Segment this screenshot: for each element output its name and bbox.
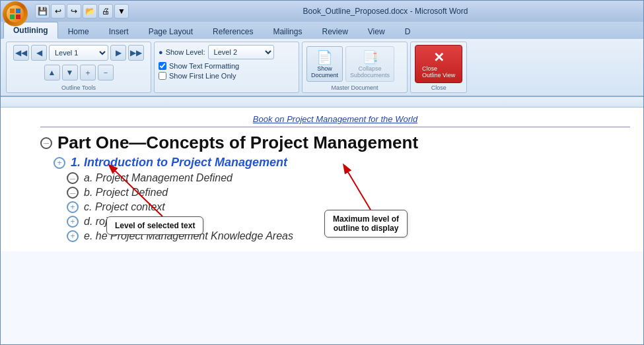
bullet-plus-1 — [54, 157, 65, 169]
document-area: Book on Project Management for the World… — [1, 108, 643, 344]
svg-rect-2 — [10, 15, 15, 19]
item-text-4: c. Project context — [84, 201, 165, 213]
callout-max-level: Maximum level of outline to display — [324, 210, 408, 237]
svg-rect-0 — [10, 9, 15, 13]
item-text-0: Part One—Concepts of Project Management — [57, 133, 418, 153]
tab-insert[interactable]: Insert — [99, 23, 139, 39]
tab-home[interactable]: Home — [58, 23, 99, 39]
outline-item-2: a. Project Management Defined — [67, 172, 630, 184]
bullet-minus-0 — [40, 137, 52, 149]
level-dropdown[interactable]: Level 1Level 2Level 3 — [49, 45, 108, 61]
tab-view[interactable]: View — [358, 23, 395, 39]
show-text-formatting-label: Show Text Formatting — [169, 62, 239, 70]
move-up-btn[interactable]: ▲ — [44, 65, 60, 80]
item-text-1: 1. Introduction to Project Management — [71, 156, 287, 170]
show-level-row: ● Show Level: Level 1 Level 2 Level 3 Le… — [159, 45, 274, 59]
tab-mailings[interactable]: Mailings — [263, 23, 312, 39]
office-button[interactable] — [3, 1, 28, 26]
bullet-plus-5 — [67, 216, 79, 228]
close-outline-label: CloseOutline View — [422, 65, 455, 78]
show-document-icon: 📄 — [316, 49, 333, 65]
outline-item-0: Part One—Concepts of Project Management — [40, 133, 630, 153]
ribbon: Outlining Home Insert Page Layout Refere… — [1, 22, 643, 97]
tab-review[interactable]: Review — [312, 23, 357, 39]
undo-qa-btn[interactable]: ↩ — [51, 4, 65, 18]
item-text-3: b. Project Defined — [84, 187, 168, 199]
outline-item-1: 1. Introduction to Project Management — [54, 156, 630, 170]
show-text-formatting-row: Show Text Formatting — [159, 62, 239, 70]
outline-tools-group: ◀◀ ◀ Level 1Level 2Level 3 ▶ ▶▶ ▲ ▼ ＋ － — [6, 42, 151, 93]
document-title: Book on Project Management for the World — [40, 114, 630, 127]
show-level-label: Show Level: — [166, 48, 205, 56]
promote-heading-btn[interactable]: ◀◀ — [13, 45, 29, 61]
item-text-2: a. Project Management Defined — [84, 172, 233, 184]
outline-nav-top: ◀◀ ◀ Level 1Level 2Level 3 ▶ ▶▶ — [13, 45, 144, 61]
bullet-plus-4 — [67, 201, 79, 213]
close-group: ✕ CloseOutline View Close — [410, 42, 467, 93]
show-first-line-checkbox[interactable] — [159, 72, 166, 80]
close-x-icon: ✕ — [433, 49, 445, 65]
bullet-plus-6 — [67, 230, 79, 242]
expand-btn[interactable]: ＋ — [80, 65, 96, 80]
show-first-line-row: Show First Line Only — [159, 72, 236, 80]
save-qa-btn[interactable]: 💾 — [35, 4, 50, 18]
title-bar: 💾 ↩ ↪ 📂 🖨 ▼ Book_Outline_Proposed.docx -… — [1, 1, 643, 22]
print-qa-btn[interactable]: 🖨 — [98, 4, 113, 18]
application-window: 💾 ↩ ↪ 📂 🖨 ▼ Book_Outline_Proposed.docx -… — [0, 0, 644, 345]
collapse-subdocuments-label: CollapseSubdocuments — [350, 65, 390, 78]
outline-item-3: b. Project Defined — [67, 187, 630, 199]
tab-references[interactable]: References — [203, 23, 263, 39]
redo-qa-btn[interactable]: ↪ — [67, 4, 81, 18]
show-first-line-label: Show First Line Only — [169, 72, 236, 80]
bullet-minus-2 — [67, 172, 79, 184]
show-level-group: ● Show Level: Level 1 Level 2 Level 3 Le… — [154, 42, 299, 93]
show-text-formatting-checkbox[interactable] — [159, 62, 166, 70]
demote-btn[interactable]: ▶ — [110, 45, 126, 61]
outline-tools-label: Outline Tools — [7, 84, 151, 91]
customize-qa-btn[interactable]: ▼ — [114, 4, 129, 18]
tab-extra[interactable]: D — [395, 23, 421, 39]
show-document-btn[interactable]: 📄 ShowDocument — [306, 46, 343, 82]
ruler — [1, 97, 643, 108]
collapse-subdocuments-btn: 📑 CollapseSubdocuments — [345, 46, 394, 82]
outline-nav-bottom: ▲ ▼ ＋ － — [44, 65, 114, 80]
move-down-btn[interactable]: ▼ — [62, 65, 78, 80]
demote-body-btn[interactable]: ▶▶ — [128, 45, 144, 61]
close-label: Close — [411, 84, 466, 91]
svg-rect-3 — [16, 15, 20, 19]
bullet-minus-3 — [67, 187, 79, 199]
quick-access-toolbar: 💾 ↩ ↪ 📂 🖨 ▼ — [35, 4, 129, 18]
callout-level-selected: Level of selected text — [106, 216, 203, 235]
document-content: Book on Project Management for the World… — [1, 108, 643, 251]
collapse-btn[interactable]: － — [98, 65, 114, 80]
show-level-dropdown[interactable]: Level 1 Level 2 Level 3 Level 4 All Leve… — [208, 45, 274, 59]
window-title: Book_Outline_Proposed.docx - Microsoft W… — [133, 7, 638, 16]
show-document-label: ShowDocument — [311, 65, 338, 78]
collapse-subdocuments-icon: 📑 — [362, 49, 378, 65]
promote-btn[interactable]: ◀ — [31, 45, 47, 61]
svg-rect-1 — [16, 9, 20, 13]
ribbon-tab-bar: Outlining Home Insert Page Layout Refere… — [1, 22, 643, 39]
open-qa-btn[interactable]: 📂 — [83, 4, 97, 18]
tab-page-layout[interactable]: Page Layout — [139, 23, 203, 39]
master-document-label: Master Document — [303, 84, 407, 91]
ribbon-content: ◀◀ ◀ Level 1Level 2Level 3 ▶ ▶▶ ▲ ▼ ＋ － — [1, 39, 643, 96]
close-outline-view-btn[interactable]: ✕ CloseOutline View — [415, 45, 462, 83]
master-document-group: 📄 ShowDocument 📑 CollapseSubdocuments Ma… — [302, 42, 408, 93]
